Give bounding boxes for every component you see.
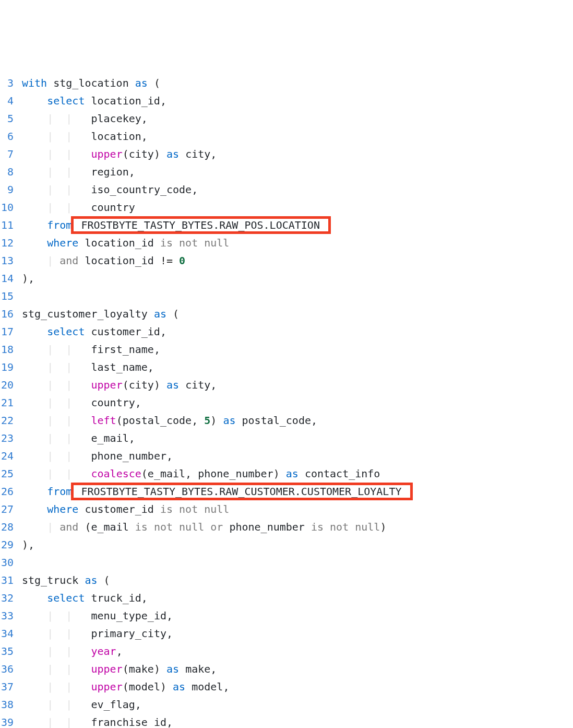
line-number: 20	[0, 376, 14, 394]
code-token	[53, 450, 66, 462]
code-line[interactable]: | | franchise_id,	[22, 713, 573, 728]
code-token: postal_code,	[235, 414, 317, 427]
code-line[interactable]: | | coalesce(e_mail, phone_number) as co…	[22, 465, 573, 483]
code-token	[22, 663, 47, 675]
code-token: |	[47, 450, 53, 462]
code-token: )	[154, 148, 160, 160]
code-token: last_name,	[72, 361, 154, 373]
code-line[interactable]: | | ev_flag,	[22, 696, 573, 713]
code-line[interactable]: | | country,	[22, 394, 573, 412]
code-token: e_mail, phone_number	[148, 467, 273, 480]
code-line[interactable]: | | country	[22, 198, 573, 216]
code-token: upper	[91, 148, 122, 160]
line-number: 9	[0, 181, 14, 198]
code-token: |	[66, 680, 72, 693]
code-token: |	[66, 414, 72, 427]
code-token: select	[47, 95, 85, 107]
code-token: |	[47, 609, 53, 622]
code-token: as	[166, 663, 179, 675]
code-line[interactable]: where customer_id is not null	[22, 500, 573, 518]
code-line[interactable]: | | location,	[22, 127, 573, 145]
code-token: 5	[204, 414, 210, 427]
code-token	[72, 148, 91, 160]
code-line[interactable]: select location_id,	[22, 92, 573, 110]
code-token: |	[66, 148, 72, 160]
line-number: 22	[0, 412, 14, 429]
code-token: ev_flag,	[72, 698, 141, 711]
code-line[interactable]: | | upper(city) as city,	[22, 145, 573, 163]
code-token: iso_country_code,	[72, 183, 198, 196]
code-token	[22, 414, 47, 427]
code-token: city	[129, 148, 154, 160]
code-line[interactable]: from FROSTBYTE_TASTY_BYTES.RAW_CUSTOMER.…	[22, 483, 573, 500]
code-token: |	[47, 521, 53, 533]
code-token: )	[154, 379, 160, 391]
code-line[interactable]: | | year,	[22, 642, 573, 660]
code-content[interactable]: with stg_location as ( select location_i…	[22, 74, 573, 728]
code-line[interactable]: from FROSTBYTE_TASTY_BYTES.RAW_POS.LOCAT…	[22, 216, 573, 234]
code-token	[53, 148, 66, 160]
code-token: |	[47, 148, 53, 160]
line-number: 11	[0, 216, 14, 234]
code-line[interactable]	[22, 554, 573, 571]
code-token: location_id	[78, 254, 160, 267]
code-line[interactable]: select customer_id,	[22, 323, 573, 340]
code-token: |	[47, 680, 53, 693]
code-line[interactable]: where location_id is not null	[22, 234, 573, 252]
code-token: select	[47, 592, 85, 604]
code-token	[53, 645, 66, 657]
line-number: 19	[0, 358, 14, 376]
code-line[interactable]: | | upper(make) as make,	[22, 660, 573, 678]
code-line[interactable]: | | iso_country_code,	[22, 181, 573, 198]
line-number: 32	[0, 589, 14, 607]
code-line[interactable]: ),	[22, 269, 573, 287]
code-token	[53, 663, 66, 675]
code-token: as	[154, 308, 166, 320]
code-line[interactable]: with stg_location as (	[22, 74, 573, 92]
code-line[interactable]: select truck_id,	[22, 589, 573, 607]
code-token	[22, 680, 47, 693]
code-line[interactable]: | | first_name,	[22, 340, 573, 358]
code-line[interactable]: | and location_id != 0	[22, 252, 573, 269]
code-line[interactable]: | | last_name,	[22, 358, 573, 376]
code-token	[53, 716, 66, 728]
code-token: stg_location	[47, 77, 135, 89]
code-line[interactable]: | | e_mail,	[22, 429, 573, 447]
code-line[interactable]: | | primary_city,	[22, 625, 573, 642]
code-line[interactable]: | | phone_number,	[22, 447, 573, 465]
line-number: 10	[0, 198, 14, 216]
code-token: |	[47, 645, 53, 657]
code-token: (	[141, 467, 148, 480]
code-token: |	[47, 396, 53, 409]
code-token	[53, 432, 66, 444]
code-token: (	[173, 308, 179, 320]
line-number: 14	[0, 269, 14, 287]
code-line[interactable]: ),	[22, 536, 573, 554]
code-line[interactable]: | | upper(model) as model,	[22, 678, 573, 696]
code-token	[160, 379, 166, 391]
code-line[interactable]: | | region,	[22, 163, 573, 181]
code-token	[53, 112, 66, 125]
code-line[interactable]: | | left(postal_code, 5) as postal_code,	[22, 412, 573, 429]
code-token	[22, 183, 47, 196]
code-token	[22, 467, 47, 480]
code-token	[160, 663, 166, 675]
code-token	[53, 627, 66, 640]
code-editor[interactable]: 3456789101112131415161718192021222324252…	[0, 74, 573, 728]
code-line[interactable]: | and (e_mail is not null or phone_numbe…	[22, 518, 573, 536]
code-token	[22, 450, 47, 462]
code-token: region,	[72, 166, 135, 178]
code-token: as	[166, 148, 179, 160]
code-token	[166, 680, 173, 693]
code-token: |	[66, 112, 72, 125]
code-line[interactable]: stg_customer_loyalty as (	[22, 305, 573, 323]
code-token: country,	[72, 396, 141, 409]
code-line[interactable]: | | upper(city) as city,	[22, 376, 573, 394]
code-token: |	[47, 716, 53, 728]
code-token: 0	[179, 254, 185, 267]
code-line[interactable]	[22, 287, 573, 305]
code-line[interactable]: | | menu_type_id,	[22, 607, 573, 625]
code-line[interactable]: stg_truck as (	[22, 571, 573, 589]
code-line[interactable]: | | placekey,	[22, 110, 573, 127]
code-token	[22, 112, 47, 125]
